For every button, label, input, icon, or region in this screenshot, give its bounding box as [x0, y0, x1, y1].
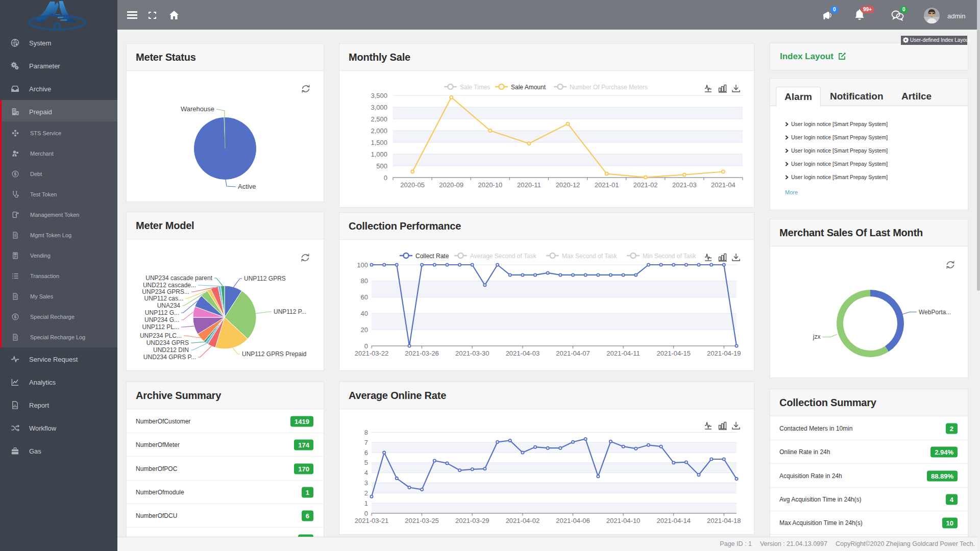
svg-text:2021-03-21: 2021-03-21 — [355, 517, 389, 524]
svg-text:2020-09: 2020-09 — [439, 181, 463, 189]
svg-text:UNP234 cascade parent: UNP234 cascade parent — [145, 274, 212, 282]
svg-text:20: 20 — [361, 326, 368, 334]
svg-text:2021-02: 2021-02 — [633, 181, 658, 189]
svg-text:UND234 GPRS P...: UND234 GPRS P... — [143, 354, 196, 361]
svg-text:UNP234 PLC...: UNP234 PLC... — [140, 332, 182, 339]
svg-text:6: 6 — [364, 449, 368, 457]
svg-text:2020-05: 2020-05 — [400, 181, 425, 189]
svg-text:UNP112 P...: UNP112 P... — [274, 308, 306, 315]
svg-text:2021-03-22: 2021-03-22 — [355, 349, 389, 357]
svg-text:1,000: 1,000 — [371, 151, 387, 158]
svg-text:2021-04-15: 2021-04-15 — [656, 349, 691, 357]
svg-text:Max Second of Task: Max Second of Task — [562, 253, 618, 260]
svg-text:2021-04-03: 2021-04-03 — [506, 349, 540, 357]
svg-text:1: 1 — [364, 499, 368, 507]
svg-text:4: 4 — [364, 469, 368, 477]
svg-text:2021-04-11: 2021-04-11 — [606, 349, 640, 357]
svg-text:UNA234: UNA234 — [157, 302, 181, 309]
svg-text:WebPorta...: WebPorta... — [919, 309, 951, 316]
svg-text:2021-04-14: 2021-04-14 — [656, 517, 691, 524]
svg-text:UNP112 cas...: UNP112 cas... — [144, 295, 183, 302]
svg-text:2021-03-29: 2021-03-29 — [455, 517, 489, 524]
svg-text:7: 7 — [364, 439, 368, 446]
svg-text:80: 80 — [361, 277, 368, 285]
svg-text:UND212 DIN: UND212 DIN — [153, 346, 189, 354]
svg-text:UNP112 GPRS Prepaid: UNP112 GPRS Prepaid — [242, 350, 307, 358]
svg-text:Collect Rate: Collect Rate — [415, 253, 449, 260]
svg-text:2021-04: 2021-04 — [711, 181, 736, 189]
svg-text:jzx: jzx — [813, 333, 821, 340]
svg-text:2020-10: 2020-10 — [478, 181, 502, 189]
svg-text:2021-04-10: 2021-04-10 — [606, 517, 641, 524]
svg-text:Sale Amount: Sale Amount — [511, 84, 546, 91]
svg-text:3: 3 — [364, 479, 368, 487]
svg-text:5: 5 — [364, 459, 368, 466]
svg-text:500: 500 — [376, 162, 387, 170]
svg-text:2021-01: 2021-01 — [595, 181, 619, 189]
svg-text:UNP112 GPRS: UNP112 GPRS — [244, 275, 286, 282]
svg-text:0: 0 — [384, 174, 387, 182]
svg-text:UND212 cascade...: UND212 cascade... — [143, 282, 196, 289]
svg-text:2,500: 2,500 — [371, 115, 387, 123]
svg-text:100: 100 — [357, 261, 368, 269]
svg-text:2021-03-25: 2021-03-25 — [405, 517, 439, 524]
svg-text:2020-11: 2020-11 — [517, 181, 541, 189]
svg-text:UNP234 G...: UNP234 G... — [144, 316, 179, 323]
svg-text:UNP234 GPRS...: UNP234 GPRS... — [142, 288, 189, 295]
svg-text:3,000: 3,000 — [371, 104, 387, 111]
svg-text:2021-03-30: 2021-03-30 — [455, 349, 489, 357]
svg-text:3,500: 3,500 — [371, 92, 387, 99]
svg-text:0: 0 — [364, 510, 368, 517]
svg-text:2020-12: 2020-12 — [556, 181, 580, 189]
svg-text:UNP112 G...: UNP112 G... — [145, 309, 179, 316]
svg-text:2021-04-02: 2021-04-02 — [506, 517, 540, 524]
svg-text:Min Second of Task: Min Second of Task — [643, 253, 697, 260]
svg-text:1,500: 1,500 — [371, 139, 387, 146]
svg-text:Number Of Purchase Meters: Number Of Purchase Meters — [570, 84, 648, 91]
svg-text:60: 60 — [361, 293, 368, 301]
svg-text:2021-03: 2021-03 — [672, 181, 697, 189]
svg-text:2021-04-18: 2021-04-18 — [707, 517, 741, 524]
svg-text:2021-03-26: 2021-03-26 — [405, 349, 439, 357]
svg-text:Active: Active — [238, 183, 256, 190]
svg-text:2021-04-19: 2021-04-19 — [707, 349, 741, 357]
svg-text:Average Second of Task: Average Second of Task — [470, 253, 537, 260]
svg-text:2021-04-07: 2021-04-07 — [556, 349, 590, 357]
svg-text:2021-04-06: 2021-04-06 — [556, 517, 590, 524]
svg-text:40: 40 — [361, 310, 368, 317]
svg-text:UNP112 PL...: UNP112 PL... — [142, 323, 179, 331]
svg-text:0: 0 — [364, 342, 368, 350]
svg-text:8: 8 — [364, 429, 368, 436]
svg-text:Warehouse: Warehouse — [181, 105, 214, 113]
svg-text:$: $ — [14, 171, 17, 177]
svg-text:2: 2 — [364, 489, 368, 497]
svg-text:UND234 GPRS: UND234 GPRS — [146, 339, 189, 346]
svg-text:2,000: 2,000 — [371, 127, 387, 135]
svg-text:$: $ — [14, 314, 17, 319]
svg-text:Sale Times: Sale Times — [460, 84, 490, 91]
